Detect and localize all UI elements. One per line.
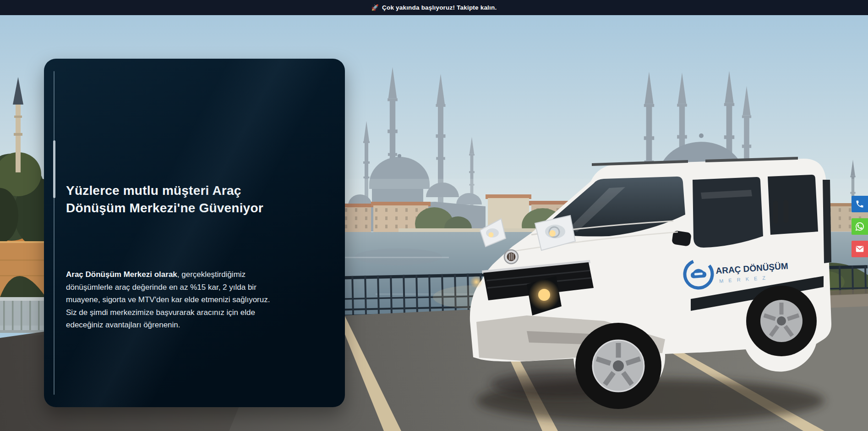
email-button[interactable] (852, 241, 868, 257)
rocket-icon: 🚀 (371, 4, 379, 11)
announcement-bar: 🚀 Çok yakında başlıyoruz! Takipte kalın. (0, 0, 868, 15)
van-side-window-front (693, 177, 763, 248)
card-paragraph-rest: , gerçekleştirdiğimiz dönüşümlerle araç … (66, 270, 270, 329)
phone-button[interactable] (852, 196, 868, 212)
contact-buttons (852, 196, 868, 257)
scroll-indicator-thumb[interactable] (53, 140, 55, 198)
email-icon (855, 244, 865, 254)
card-paragraph-bold: Araç Dönüşüm Merkezi olarak (66, 270, 177, 279)
whatsapp-icon (855, 221, 865, 232)
card-heading: Yüzlerce mutlu müşteri Araç Dönüşüm Merk… (66, 182, 291, 217)
front-wheel (575, 323, 661, 409)
card-paragraph: Araç Dönüşüm Merkezi olarak, gerçekleşti… (66, 268, 270, 332)
info-card: Yüzlerce mutlu müşteri Araç Dönüşüm Merk… (44, 59, 345, 407)
phone-icon (855, 199, 864, 209)
announcement-text: Çok yakında başlıyoruz! Takipte kalın. (382, 4, 497, 11)
hero-section: ARAÇ DÖNÜŞÜM M E R K E Z Yüzlerce mutlu … (0, 15, 868, 431)
scroll-indicator-track (54, 71, 55, 395)
rear-wheel (746, 286, 817, 356)
whatsapp-button[interactable] (852, 218, 868, 235)
